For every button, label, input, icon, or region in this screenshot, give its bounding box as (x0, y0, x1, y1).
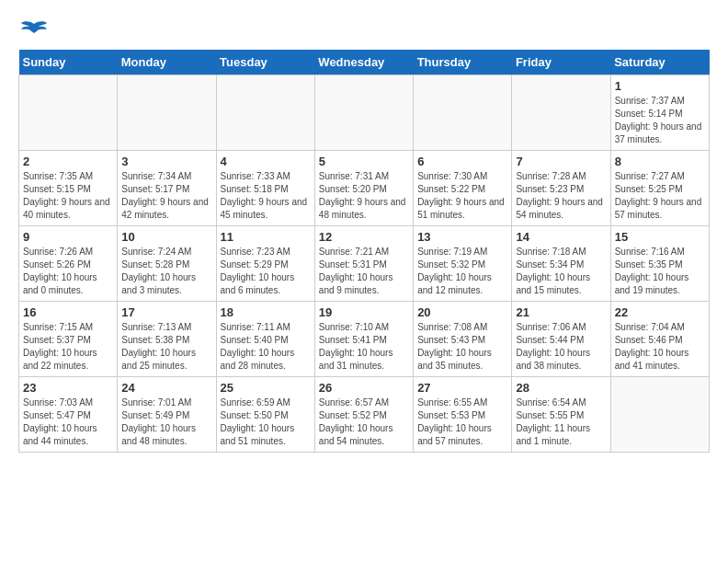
calendar-cell: 25Sunrise: 6:59 AM Sunset: 5:50 PM Dayli… (216, 377, 314, 453)
day-header-saturday: Saturday (610, 50, 709, 75)
day-number: 23 (23, 381, 113, 395)
day-number: 18 (221, 305, 311, 319)
day-info: Sunrise: 7:04 AM Sunset: 5:46 PM Dayligh… (615, 321, 705, 373)
day-info: Sunrise: 7:11 AM Sunset: 5:40 PM Dayligh… (221, 321, 311, 373)
calendar-cell: 13Sunrise: 7:19 AM Sunset: 5:32 PM Dayli… (414, 226, 512, 302)
day-number: 11 (221, 230, 311, 244)
days-header-row: SundayMondayTuesdayWednesdayThursdayFrid… (19, 50, 710, 75)
calendar-cell: 10Sunrise: 7:24 AM Sunset: 5:28 PM Dayli… (118, 226, 216, 302)
day-info: Sunrise: 7:10 AM Sunset: 5:41 PM Dayligh… (319, 321, 409, 373)
day-header-thursday: Thursday (414, 50, 512, 75)
week-row-3: 9Sunrise: 7:26 AM Sunset: 5:26 PM Daylig… (19, 226, 710, 302)
day-number: 2 (23, 155, 113, 168)
day-number: 28 (516, 381, 606, 395)
calendar-cell: 22Sunrise: 7:04 AM Sunset: 5:46 PM Dayli… (610, 302, 709, 377)
day-number: 5 (319, 155, 409, 168)
calendar-table: SundayMondayTuesdayWednesdayThursdayFrid… (18, 50, 710, 453)
day-number: 4 (221, 155, 311, 168)
calendar-cell: 15Sunrise: 7:16 AM Sunset: 5:35 PM Dayli… (610, 226, 709, 302)
day-number: 27 (417, 381, 507, 395)
day-info: Sunrise: 7:21 AM Sunset: 5:31 PM Dayligh… (319, 246, 409, 297)
day-number: 25 (221, 381, 311, 395)
day-info: Sunrise: 7:06 AM Sunset: 5:44 PM Dayligh… (516, 321, 606, 373)
calendar-cell (414, 75, 512, 151)
calendar-cell: 19Sunrise: 7:10 AM Sunset: 5:41 PM Dayli… (314, 302, 413, 377)
logo (18, 18, 50, 40)
calendar-cell: 27Sunrise: 6:55 AM Sunset: 5:53 PM Dayli… (414, 377, 512, 453)
day-info: Sunrise: 7:26 AM Sunset: 5:26 PM Dayligh… (23, 246, 113, 297)
calendar-cell: 5Sunrise: 7:31 AM Sunset: 5:20 PM Daylig… (314, 151, 413, 226)
day-number: 16 (23, 305, 113, 319)
calendar-cell: 26Sunrise: 6:57 AM Sunset: 5:52 PM Dayli… (314, 377, 413, 453)
logo-bird-icon (20, 20, 48, 40)
calendar-cell: 2Sunrise: 7:35 AM Sunset: 5:15 PM Daylig… (19, 151, 118, 226)
day-number: 15 (615, 230, 705, 244)
week-row-5: 23Sunrise: 7:03 AM Sunset: 5:47 PM Dayli… (19, 377, 710, 453)
day-number: 20 (417, 305, 507, 319)
day-info: Sunrise: 7:33 AM Sunset: 5:18 PM Dayligh… (221, 170, 311, 222)
day-info: Sunrise: 7:08 AM Sunset: 5:43 PM Dayligh… (417, 321, 507, 373)
day-number: 22 (615, 305, 705, 319)
day-number: 17 (121, 305, 211, 319)
day-info: Sunrise: 7:28 AM Sunset: 5:23 PM Dayligh… (516, 170, 606, 222)
day-number: 19 (319, 305, 409, 319)
day-info: Sunrise: 7:35 AM Sunset: 5:15 PM Dayligh… (23, 170, 113, 222)
calendar-cell: 12Sunrise: 7:21 AM Sunset: 5:31 PM Dayli… (314, 226, 413, 302)
week-row-1: 1Sunrise: 7:37 AM Sunset: 5:14 PM Daylig… (19, 75, 710, 151)
day-number: 24 (121, 381, 211, 395)
calendar-cell: 17Sunrise: 7:13 AM Sunset: 5:38 PM Dayli… (118, 302, 216, 377)
day-header-friday: Friday (512, 50, 610, 75)
day-info: Sunrise: 7:23 AM Sunset: 5:29 PM Dayligh… (221, 246, 311, 297)
day-info: Sunrise: 7:18 AM Sunset: 5:34 PM Dayligh… (516, 246, 606, 297)
day-info: Sunrise: 7:15 AM Sunset: 5:37 PM Dayligh… (23, 321, 113, 373)
day-header-wednesday: Wednesday (314, 50, 413, 75)
calendar-cell (216, 75, 314, 151)
day-info: Sunrise: 7:37 AM Sunset: 5:14 PM Dayligh… (615, 95, 705, 146)
day-number: 13 (417, 230, 507, 244)
calendar-cell: 23Sunrise: 7:03 AM Sunset: 5:47 PM Dayli… (19, 377, 118, 453)
calendar-cell: 16Sunrise: 7:15 AM Sunset: 5:37 PM Dayli… (19, 302, 118, 377)
day-info: Sunrise: 7:16 AM Sunset: 5:35 PM Dayligh… (615, 246, 705, 297)
day-number: 9 (23, 230, 113, 244)
calendar-cell (118, 75, 216, 151)
calendar-cell: 9Sunrise: 7:26 AM Sunset: 5:26 PM Daylig… (19, 226, 118, 302)
calendar-cell: 11Sunrise: 7:23 AM Sunset: 5:29 PM Dayli… (216, 226, 314, 302)
week-row-4: 16Sunrise: 7:15 AM Sunset: 5:37 PM Dayli… (19, 302, 710, 377)
day-info: Sunrise: 7:30 AM Sunset: 5:22 PM Dayligh… (417, 170, 507, 222)
day-number: 12 (319, 230, 409, 244)
calendar-cell (314, 75, 413, 151)
calendar-cell (512, 75, 610, 151)
calendar-cell: 14Sunrise: 7:18 AM Sunset: 5:34 PM Dayli… (512, 226, 610, 302)
day-number: 14 (516, 230, 606, 244)
week-row-2: 2Sunrise: 7:35 AM Sunset: 5:15 PM Daylig… (19, 151, 710, 226)
calendar-cell: 24Sunrise: 7:01 AM Sunset: 5:49 PM Dayli… (118, 377, 216, 453)
calendar-cell: 7Sunrise: 7:28 AM Sunset: 5:23 PM Daylig… (512, 151, 610, 226)
day-info: Sunrise: 6:54 AM Sunset: 5:55 PM Dayligh… (516, 396, 606, 448)
day-number: 10 (121, 230, 211, 244)
page-header (18, 18, 710, 40)
calendar-cell: 3Sunrise: 7:34 AM Sunset: 5:17 PM Daylig… (118, 151, 216, 226)
day-number: 7 (516, 155, 606, 168)
day-number: 6 (417, 155, 507, 168)
day-number: 8 (615, 155, 705, 168)
day-info: Sunrise: 6:55 AM Sunset: 5:53 PM Dayligh… (417, 396, 507, 448)
calendar-cell: 18Sunrise: 7:11 AM Sunset: 5:40 PM Dayli… (216, 302, 314, 377)
calendar-cell (19, 75, 118, 151)
day-number: 1 (615, 79, 705, 93)
day-number: 26 (319, 381, 409, 395)
calendar-cell: 4Sunrise: 7:33 AM Sunset: 5:18 PM Daylig… (216, 151, 314, 226)
day-info: Sunrise: 7:01 AM Sunset: 5:49 PM Dayligh… (121, 396, 211, 448)
calendar-cell: 28Sunrise: 6:54 AM Sunset: 5:55 PM Dayli… (512, 377, 610, 453)
calendar-cell (610, 377, 709, 453)
day-info: Sunrise: 7:03 AM Sunset: 5:47 PM Dayligh… (23, 396, 113, 448)
day-header-tuesday: Tuesday (216, 50, 314, 75)
day-info: Sunrise: 7:24 AM Sunset: 5:28 PM Dayligh… (121, 246, 211, 297)
calendar-cell: 8Sunrise: 7:27 AM Sunset: 5:25 PM Daylig… (610, 151, 709, 226)
day-number: 3 (121, 155, 211, 168)
day-header-sunday: Sunday (19, 50, 118, 75)
calendar-cell: 21Sunrise: 7:06 AM Sunset: 5:44 PM Dayli… (512, 302, 610, 377)
day-header-monday: Monday (118, 50, 216, 75)
day-info: Sunrise: 6:59 AM Sunset: 5:50 PM Dayligh… (221, 396, 311, 448)
calendar-cell: 6Sunrise: 7:30 AM Sunset: 5:22 PM Daylig… (414, 151, 512, 226)
calendar-cell: 20Sunrise: 7:08 AM Sunset: 5:43 PM Dayli… (414, 302, 512, 377)
